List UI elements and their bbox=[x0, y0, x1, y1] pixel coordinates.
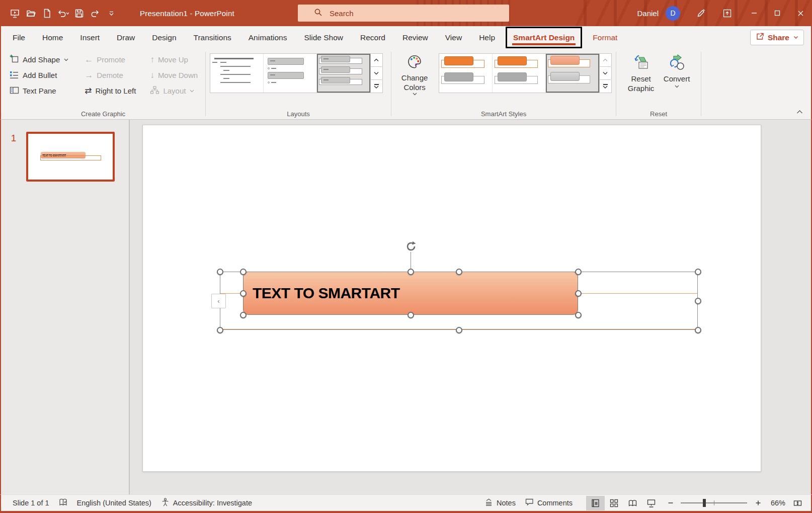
view-slideshow-button[interactable] bbox=[642, 496, 661, 510]
start-slideshow-icon[interactable] bbox=[7, 5, 22, 22]
undo-icon[interactable] bbox=[55, 5, 70, 22]
user-name[interactable]: Daniel bbox=[637, 9, 659, 18]
add-bullet-button[interactable]: Add Bullet bbox=[6, 67, 72, 83]
tab-draw[interactable]: Draw bbox=[108, 26, 143, 49]
group-reset: Reset Graphic Convert Reset bbox=[616, 49, 701, 119]
styles-gallery-more-icon[interactable] bbox=[600, 80, 611, 93]
smartart-selection-frame[interactable] bbox=[220, 272, 698, 330]
user-avatar[interactable]: D bbox=[666, 6, 680, 21]
convert-label: Convert bbox=[664, 74, 690, 84]
tab-animations[interactable]: Animations bbox=[240, 26, 296, 49]
selection-handle[interactable] bbox=[575, 269, 582, 275]
spellcheck-button[interactable] bbox=[54, 495, 72, 511]
tab-format[interactable]: Format bbox=[584, 26, 626, 49]
change-colors-button[interactable]: Change Colors bbox=[395, 52, 434, 98]
ribbon-display-options-icon[interactable] bbox=[719, 5, 735, 22]
tab-view[interactable]: View bbox=[437, 26, 470, 49]
close-button[interactable] bbox=[789, 0, 812, 26]
reset-graphic-button[interactable]: Reset Graphic bbox=[623, 52, 659, 95]
tab-home[interactable]: Home bbox=[34, 26, 71, 49]
styles-gallery-scrollbar bbox=[599, 54, 611, 93]
right-to-left-button[interactable]: ⇄ Right to Left bbox=[81, 83, 139, 99]
promote-label: Promote bbox=[97, 55, 125, 64]
selection-handle[interactable] bbox=[240, 312, 247, 318]
comments-button[interactable]: Comments bbox=[520, 495, 577, 511]
save-icon[interactable] bbox=[71, 5, 87, 22]
share-icon bbox=[756, 32, 764, 43]
selection-handle[interactable] bbox=[217, 269, 223, 275]
selection-handle[interactable] bbox=[408, 312, 414, 318]
share-button[interactable]: Share bbox=[750, 30, 804, 45]
tab-slide-show[interactable]: Slide Show bbox=[295, 26, 352, 49]
notes-button[interactable]: Notes bbox=[479, 495, 520, 511]
zoom-slider[interactable] bbox=[681, 502, 747, 503]
selection-handle[interactable] bbox=[575, 290, 582, 297]
style-option-simple-fill-2[interactable] bbox=[493, 54, 546, 93]
open-file-icon[interactable] bbox=[23, 5, 38, 22]
accessibility-checker[interactable]: Accessibility: Investigate bbox=[156, 495, 257, 511]
selection-handle[interactable] bbox=[240, 290, 247, 297]
tab-smartart-design[interactable]: SmartArt Design bbox=[507, 33, 581, 42]
move-up-label: Move Up bbox=[158, 55, 188, 64]
layouts-gallery-more-icon[interactable] bbox=[371, 80, 382, 93]
selection-handle[interactable] bbox=[456, 327, 462, 333]
add-shape-chevron-icon[interactable] bbox=[64, 58, 68, 61]
styles-scroll-down-icon[interactable] bbox=[600, 67, 611, 80]
tab-record[interactable]: Record bbox=[352, 26, 394, 49]
tab-design[interactable]: Design bbox=[143, 26, 185, 49]
selection-handle[interactable] bbox=[695, 298, 701, 304]
view-normal-button[interactable] bbox=[586, 496, 605, 510]
layouts-scroll-down-icon[interactable] bbox=[371, 67, 382, 80]
tab-insert[interactable]: Insert bbox=[71, 26, 108, 49]
convert-button[interactable]: Convert bbox=[659, 52, 694, 90]
layout-option-lined-list[interactable] bbox=[264, 54, 317, 93]
selection-handle[interactable] bbox=[408, 269, 414, 275]
layout-option-text-list[interactable] bbox=[210, 54, 264, 93]
view-reading-button[interactable] bbox=[623, 496, 642, 510]
collapse-ribbon-icon[interactable] bbox=[796, 107, 803, 116]
comments-icon bbox=[525, 497, 534, 508]
text-pane-toggle-button[interactable]: ‹ bbox=[211, 294, 226, 308]
maximize-button[interactable] bbox=[766, 0, 789, 26]
slide-indicator[interactable]: Slide 1 of 1 bbox=[8, 495, 54, 511]
tab-help[interactable]: Help bbox=[470, 26, 504, 49]
zoom-in-button[interactable] bbox=[752, 495, 764, 511]
minimize-button[interactable] bbox=[743, 0, 766, 26]
slide-canvas[interactable]: TEXT TO SMARTART ‹ bbox=[142, 125, 761, 472]
add-shape-icon bbox=[10, 54, 19, 65]
zoom-slider-thumb[interactable] bbox=[703, 499, 706, 507]
thumbnail-smartart-outline bbox=[40, 155, 101, 160]
text-pane-button[interactable]: Text Pane bbox=[6, 83, 72, 99]
zoom-out-button[interactable] bbox=[661, 495, 676, 511]
selection-handle[interactable] bbox=[695, 327, 701, 333]
selection-handle[interactable] bbox=[575, 312, 582, 318]
tab-review[interactable]: Review bbox=[394, 26, 437, 49]
style-option-subtle-effect-selected[interactable] bbox=[546, 54, 599, 93]
view-slide-sorter-button[interactable] bbox=[605, 496, 623, 510]
selection-handle[interactable] bbox=[456, 269, 462, 275]
tab-transitions[interactable]: Transitions bbox=[185, 26, 240, 49]
layouts-gallery-scrollbar bbox=[370, 54, 382, 93]
layouts-scroll-up-icon[interactable] bbox=[371, 54, 382, 67]
redo-icon[interactable] bbox=[88, 5, 103, 22]
selection-handle[interactable] bbox=[695, 269, 701, 275]
convert-chevron-icon bbox=[675, 85, 679, 88]
demote-label: Demote bbox=[97, 71, 123, 79]
fit-slide-to-window-button[interactable] bbox=[788, 496, 807, 510]
add-shape-button[interactable]: Add Shape bbox=[6, 52, 72, 67]
slide-1-thumbnail[interactable]: TEXT TO SMARTART bbox=[26, 132, 115, 182]
new-file-icon[interactable] bbox=[39, 5, 54, 22]
rotation-handle-icon[interactable] bbox=[405, 240, 417, 254]
move-up-button: ↑ Move Up bbox=[146, 52, 201, 67]
zoom-level[interactable]: 66% bbox=[764, 499, 788, 507]
selection-handle[interactable] bbox=[217, 327, 223, 333]
style-option-simple-fill-1[interactable] bbox=[439, 54, 493, 93]
coach-pen-icon[interactable] bbox=[693, 5, 708, 22]
tab-file[interactable]: File bbox=[4, 26, 34, 49]
customize-qat-icon[interactable] bbox=[104, 5, 119, 22]
language-indicator[interactable]: English (United States) bbox=[72, 495, 156, 511]
layout-option-bracket-list-selected[interactable] bbox=[317, 54, 370, 93]
search-box[interactable]: Search bbox=[298, 5, 509, 22]
selection-handle[interactable] bbox=[240, 269, 247, 275]
share-chevron-icon[interactable] bbox=[793, 36, 798, 39]
